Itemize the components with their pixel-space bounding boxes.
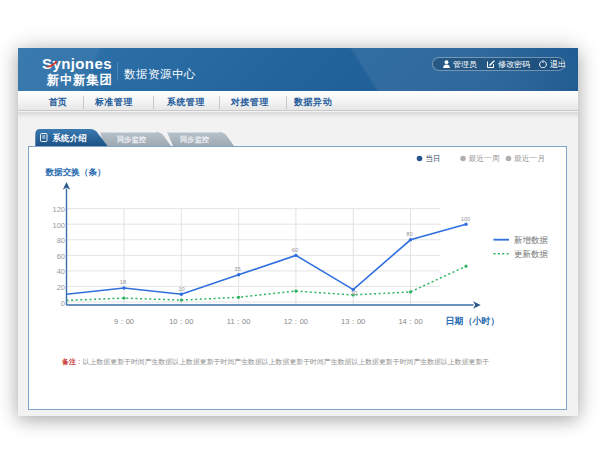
svg-text:当日: 当日	[426, 154, 441, 163]
svg-text:更新数据: 更新数据	[514, 249, 549, 259]
svg-text:0: 0	[61, 299, 65, 308]
svg-text:9：00: 9：00	[114, 317, 134, 326]
svg-text:80: 80	[57, 236, 65, 245]
svg-text:100: 100	[461, 216, 471, 222]
svg-text:新增数据: 新增数据	[514, 235, 549, 245]
svg-text:18: 18	[120, 279, 126, 285]
svg-text:11：00: 11：00	[227, 317, 251, 326]
svg-text:最近一周: 最近一周	[469, 154, 500, 163]
svg-text:14：00: 14：00	[398, 317, 422, 326]
svg-text:60: 60	[57, 252, 65, 261]
svg-text:80: 80	[406, 231, 412, 237]
svg-text:10：00: 10：00	[169, 317, 193, 326]
svg-text:35: 35	[234, 266, 240, 272]
svg-text:10: 10	[178, 286, 184, 292]
svg-text:同步监控: 同步监控	[180, 135, 210, 144]
svg-text:13：00: 13：00	[341, 317, 365, 326]
svg-text:10: 10	[351, 290, 357, 296]
svg-text:60: 60	[292, 247, 298, 253]
svg-text:40: 40	[57, 267, 65, 276]
svg-text:同步监控: 同步监控	[117, 135, 147, 144]
svg-text:日期（小时）: 日期（小时）	[446, 316, 500, 326]
svg-text:120: 120	[52, 205, 65, 214]
svg-text:20: 20	[57, 283, 65, 292]
svg-text:系统介绍: 系统介绍	[52, 133, 87, 143]
svg-text:12：00: 12：00	[284, 317, 308, 326]
svg-text:数据交换（条）: 数据交换（条）	[45, 167, 106, 177]
svg-text:最近一月: 最近一月	[514, 154, 545, 163]
svg-text:100: 100	[52, 221, 65, 230]
